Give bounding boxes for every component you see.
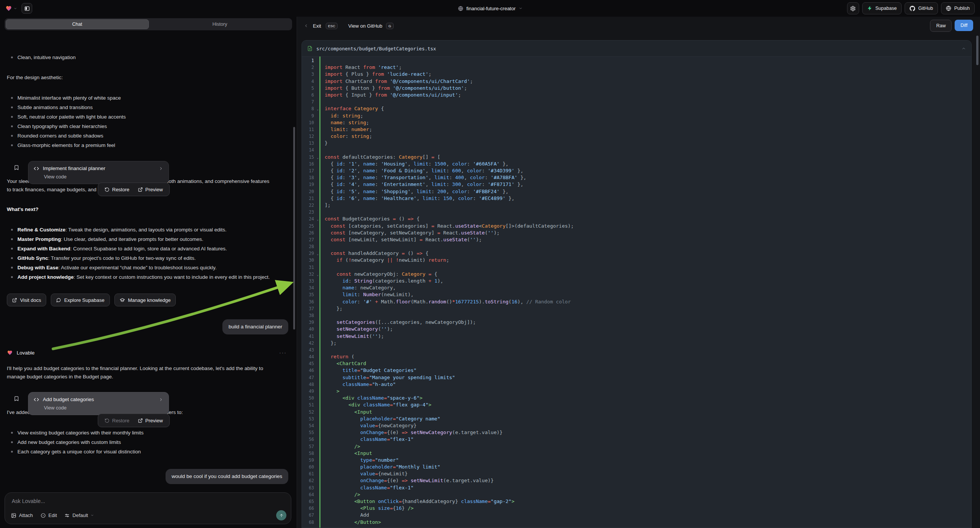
bookmark-button[interactable] [14, 396, 19, 402]
code-line: 7 [302, 99, 971, 105]
panel-left-icon [24, 6, 30, 11]
code-line: 43 [302, 347, 971, 353]
esc-key-badge: ESC [326, 23, 338, 29]
code-line: 11 limit: number; [302, 126, 971, 133]
project-switcher[interactable]: financial-future-creator [458, 6, 522, 11]
code-line: 35 limit: Number(newLimit), [302, 291, 971, 298]
action-label: Visit docs [20, 297, 41, 303]
send-button[interactable] [276, 510, 286, 520]
external-link-icon [138, 418, 143, 423]
target-icon [41, 513, 46, 518]
version-card-block: Add budget categoriesView codeRestorePre… [7, 392, 290, 396]
preview-button[interactable]: Preview [134, 414, 167, 427]
restore-button[interactable]: Restore [100, 414, 134, 427]
more-options-button[interactable]: ··· [279, 350, 290, 356]
lovable-logo-menu[interactable] [5, 5, 17, 12]
code-line: 31 [302, 264, 971, 271]
preview-label: Preview [145, 187, 163, 192]
code-scrollbar[interactable] [976, 36, 978, 65]
code-line: 29⌄ const handleAddCategory = () => { [302, 250, 971, 257]
code-line: 47 subtitle="Manage your spending limits… [302, 374, 971, 381]
graduation-cap-icon [120, 297, 125, 303]
version-card-title-row: Add budget categories [34, 396, 163, 402]
globe-icon [946, 6, 951, 11]
code-line: 66 <Plus size={16} /> [302, 505, 971, 512]
bullet-list: Minimalist interface with plenty of whit… [7, 92, 283, 151]
code-line: 14 [302, 146, 971, 153]
preview-button[interactable]: Preview [134, 183, 167, 196]
code-line: 68 </Button> [302, 519, 971, 526]
settings-button[interactable] [847, 2, 859, 14]
version-actions-pill: RestorePreview [98, 413, 170, 427]
external-link-icon [138, 187, 143, 192]
version-card-title: Add budget categories [43, 396, 94, 402]
raw-toggle-button[interactable]: Raw [930, 20, 951, 32]
code-icon [34, 397, 39, 402]
code-line: 26 const [newCategory, setNewCategory] =… [302, 229, 971, 236]
lovable-heart-icon [5, 5, 12, 12]
code-line: 55 onChange={(e) => setNewCategory(e.tar… [302, 429, 971, 436]
external-link-icon [12, 298, 17, 303]
supabase-button[interactable]: Supabase [862, 2, 902, 14]
chevron-right-icon [159, 397, 163, 402]
github-button[interactable]: GitHub [905, 2, 938, 14]
chevron-down-icon [91, 514, 94, 517]
code-line: 28 [302, 243, 971, 250]
code-editor: 12import React from 'react';3import { Pl… [302, 56, 971, 528]
file-path-row[interactable]: src/components/budget/BudgetCategories.t… [302, 41, 971, 57]
chat-history-tabs: Chat History [5, 18, 292, 30]
code-line: 41 setNewLimit(''); [302, 333, 971, 340]
code-line: 57 /> [302, 443, 971, 450]
restore-button[interactable]: Restore [100, 183, 134, 196]
tab-history[interactable]: History [149, 19, 291, 29]
chat-scrollbar[interactable] [293, 127, 295, 329]
attach-label: Attach [19, 512, 33, 518]
code-icon [34, 166, 39, 171]
chevron-up-icon[interactable] [961, 46, 966, 51]
chevron-right-icon [159, 166, 163, 171]
file-path: src/components/budget/BudgetCategories.t… [316, 46, 436, 51]
code-panel: Exit ESC View on GitHub G Raw Diff src/c… [297, 17, 980, 528]
chevron-down-icon [14, 7, 17, 10]
assistant-name: Lovable [17, 350, 35, 356]
code-line: 63 className="flex-1" [302, 484, 971, 491]
action-explore-supabase[interactable]: Explore Supabase [51, 294, 110, 307]
version-card[interactable]: Add budget categoriesView code [28, 392, 169, 415]
bookmark-button[interactable] [14, 165, 19, 172]
view-code-link[interactable]: View code [44, 405, 163, 410]
chat-input[interactable] [11, 498, 273, 504]
exit-button[interactable]: Exit [313, 23, 321, 29]
list-item: Subtle animations and transitions [18, 104, 283, 111]
view-on-github-button[interactable]: View on GitHub [348, 23, 382, 29]
code-line: 52 <Input [302, 409, 971, 415]
tab-chat[interactable]: Chat [6, 19, 149, 29]
user-message-bubble: would be cool if you could add budget ca… [165, 469, 288, 484]
code-line: 15⌄const defaultCategories: Category[] =… [302, 154, 971, 161]
model-selector[interactable]: Default [64, 512, 94, 518]
view-code-link[interactable]: View code [44, 174, 163, 180]
code-line: 53 placeholder="Category name" [302, 415, 971, 422]
action-label: Explore Supabase [64, 297, 104, 303]
edit-mode-button[interactable]: Edit [41, 512, 57, 518]
supabase-label: Supabase [875, 6, 897, 11]
code-line: 39 setCategories([...categories, newCate… [302, 319, 971, 326]
composer: Attach Edit Default [5, 492, 291, 524]
user-message-bubble: build a financial planner [223, 319, 288, 334]
attach-button[interactable]: Attach [11, 512, 33, 518]
publish-button[interactable]: Publish [941, 2, 975, 14]
code-line: 10 name: string; [302, 119, 971, 126]
heart-icon [7, 350, 13, 356]
chevron-down-icon [519, 6, 522, 10]
restore-label: Restore [112, 187, 130, 192]
code-line: 22]; [302, 202, 971, 209]
code-line: 12 color: string; [302, 133, 971, 140]
assistant-paragraph: For the design aesthetic: [7, 73, 272, 82]
sidebar-toggle-button[interactable] [22, 3, 32, 14]
publish-label: Publish [954, 6, 970, 11]
code-line: 23 [302, 209, 971, 216]
action-visit-docs[interactable]: Visit docs [7, 294, 46, 307]
action-manage-knowledge[interactable]: Manage knowledge [115, 294, 176, 307]
file-plus-icon [307, 46, 312, 51]
diff-toggle-button[interactable]: Diff [955, 20, 973, 31]
version-card[interactable]: Implement financial plannerView code [28, 161, 169, 184]
